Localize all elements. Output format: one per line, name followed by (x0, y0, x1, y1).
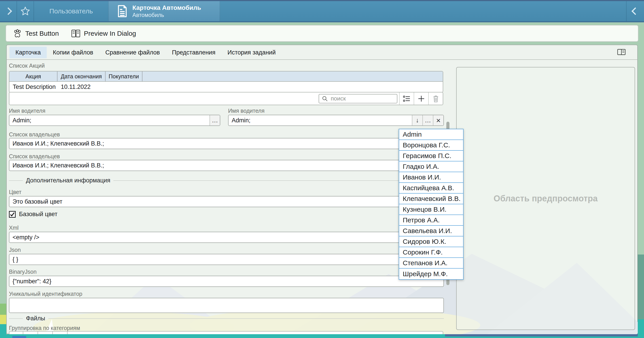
command-toolbar: Test Button Preview In Dialog (6, 25, 638, 42)
tab-file-compare[interactable]: Сравнение файлов (99, 47, 166, 58)
files-grid-clipped (9, 331, 443, 334)
owners-list-label: Список владельцев (9, 131, 60, 138)
book-icon (71, 29, 81, 38)
column-header-promo[interactable]: Акция (10, 71, 58, 81)
plus-icon (418, 95, 425, 102)
uid-label: Уникальный идентификатор (9, 291, 82, 297)
nav-expand-button[interactable] (0, 1, 16, 21)
promo-grid-row[interactable]: Test Description 10.11.2022 (10, 82, 443, 92)
owners-list-label: Список владельцев (9, 153, 60, 160)
driver-name-input-1[interactable] (10, 115, 210, 126)
grouping-by-category-label: Группировка по категориям (9, 325, 80, 331)
dropdown-item[interactable]: Шрейдер М.Ф. (399, 269, 463, 279)
binaryjson-label: BinaryJson (9, 269, 37, 275)
doc-tab-card-subtitle: Автомобиль (132, 12, 201, 18)
preview-in-dialog-button[interactable]: Preview In Dialog (69, 29, 138, 38)
layout-mode-button[interactable] (617, 49, 626, 55)
doc-tab-card-text: Карточка Автомобиль Автомобиль (132, 4, 201, 18)
wallpaper-right-stripe (638, 255, 644, 326)
xml-input[interactable] (9, 232, 444, 243)
promo-grid-header: Акция Дата окончания Покупатели (10, 71, 443, 82)
star-icon (20, 6, 30, 16)
paw-icon (13, 29, 22, 38)
json-input[interactable] (9, 254, 444, 265)
favorites-button[interactable] (17, 1, 34, 21)
list-select-icon (403, 95, 410, 102)
cell-end-date: 10.11.2022 (58, 83, 106, 90)
dropdown-item[interactable]: Петров А.А. (399, 215, 463, 226)
promo-grid-toolbar (9, 92, 443, 105)
close-icon: × (436, 116, 441, 125)
owners-list-input-2[interactable] (9, 160, 444, 171)
dropdown-item[interactable]: Герасимов П.С. (399, 151, 463, 162)
files-grid-cell (10, 332, 23, 334)
tab-label: Карточка (16, 49, 41, 56)
dropdown-item[interactable]: Степанов И.А. (399, 258, 463, 269)
checkbox-checked-icon[interactable] (9, 211, 16, 218)
driver-name-more-button-2[interactable]: … (422, 115, 433, 126)
group-label: Файлы (26, 315, 45, 322)
dropdown-item[interactable]: Иванов И.И. (399, 172, 463, 183)
cell-description: Test Description (10, 83, 58, 90)
base-color-checkbox-label: Базовый цвет (19, 211, 58, 218)
doc-tab-user-label: Пользователь (50, 7, 93, 15)
tab-label: Представления (172, 49, 215, 56)
driver-name-field-1: … (9, 115, 220, 126)
promo-delete-button[interactable] (428, 92, 443, 105)
app-window: { "colors": { "titlebar": "#4b90b4", "ti… (0, 0, 644, 338)
driver-name-clear-button[interactable]: × (433, 115, 444, 126)
dropdown-item[interactable]: Савельева И.И. (399, 226, 463, 236)
dropdown-item[interactable]: Сидоров Ю.К. (399, 236, 463, 247)
files-grid-cell (38, 332, 53, 334)
preview-panel: Область предпросмотра (456, 67, 635, 330)
document-icon (117, 5, 128, 18)
tab-card[interactable]: Карточка (10, 47, 47, 58)
promo-grid: Акция Дата окончания Покупатели Test Des… (9, 71, 443, 92)
promo-add-button[interactable] (414, 92, 428, 105)
dropdown-item[interactable]: Гладко И.А. (399, 162, 463, 172)
promo-search-input[interactable] (330, 95, 394, 102)
window-titlebar: Пользователь Карточка Автомобиль Автомоб… (0, 0, 644, 22)
binaryjson-input[interactable] (9, 276, 444, 287)
doc-tab-card-auto[interactable]: Карточка Автомобиль Автомобиль (108, 1, 220, 21)
owners-list-input-1[interactable] (9, 138, 444, 149)
column-header-end-date[interactable]: Дата окончания (58, 71, 106, 81)
wallpaper-water (0, 334, 644, 338)
uid-input[interactable] (9, 298, 444, 313)
base-color-checkbox-row[interactable]: Базовый цвет (9, 211, 58, 218)
dropdown-item[interactable]: Каспийцева А.В. (399, 183, 463, 193)
tab-label: Сравнение файлов (105, 49, 160, 56)
wallpaper-left-stripe (0, 324, 6, 338)
preview-in-dialog-label: Preview In Dialog (84, 30, 136, 37)
files-grid-cell (23, 332, 38, 334)
tab-task-history[interactable]: История заданий (222, 47, 282, 58)
color-input[interactable] (9, 196, 444, 207)
titlebar-spacer (220, 1, 626, 21)
doc-tab-user[interactable]: Пользователь (34, 1, 108, 21)
driver-name-dropdown-button[interactable]: ↓ (412, 115, 422, 126)
ellipsis-icon: … (212, 117, 218, 124)
tab-views[interactable]: Представления (166, 47, 222, 58)
promo-search-box (319, 94, 397, 103)
xml-label: Xml (9, 225, 18, 231)
group-files: Файлы (9, 315, 444, 322)
ellipsis-icon: … (425, 117, 431, 124)
dropdown-item[interactable]: Admin (399, 129, 463, 140)
column-header-buyers[interactable]: Покупатели (106, 71, 142, 81)
dropdown-item[interactable]: Сорокин Г.Ф. (399, 247, 463, 258)
dropdown-item[interactable]: Кузнецов В.И. (399, 204, 463, 215)
tab-file-copies[interactable]: Копии файлов (47, 47, 99, 58)
test-button[interactable]: Test Button (10, 29, 61, 38)
doc-tab-card-title: Карточка Автомобиль (132, 4, 201, 12)
promo-select-list-button[interactable] (399, 92, 414, 105)
arrow-down-icon: ↓ (416, 117, 419, 124)
test-button-label: Test Button (25, 30, 59, 37)
search-icon (322, 96, 328, 102)
dropdown-item[interactable]: Клепачевский В.В. (399, 193, 463, 204)
preview-placeholder-text: Область предпросмотра (494, 194, 598, 203)
driver-name-input-2[interactable] (228, 115, 412, 126)
dropdown-item[interactable]: Воронцова Г.С. (399, 140, 463, 151)
nav-collapse-button[interactable] (626, 1, 644, 21)
chevron-left-icon (632, 7, 639, 15)
driver-name-more-button[interactable]: … (210, 115, 220, 126)
